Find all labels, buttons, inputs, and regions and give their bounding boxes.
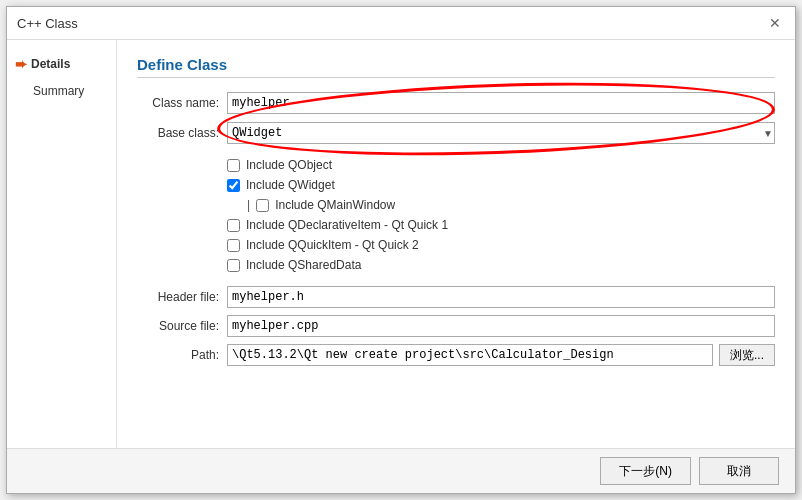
checkbox-row-qmainwindow: | Include QMainWindow — [247, 198, 775, 212]
class-name-row: Class name: — [137, 92, 775, 114]
class-name-input[interactable] — [227, 92, 775, 114]
checkbox-qdeclarativeitem[interactable] — [227, 219, 240, 232]
arrow-icon: ➨ — [15, 56, 27, 72]
cancel-button[interactable]: 取消 — [699, 457, 779, 485]
checkbox-qwidget-label: Include QWidget — [246, 178, 335, 192]
dialog-title: C++ Class — [17, 16, 78, 31]
main-content: Define Class Class name: Base class: QWi… — [117, 40, 795, 448]
close-button[interactable]: ✕ — [765, 13, 785, 33]
checkbox-qobject[interactable] — [227, 159, 240, 172]
browse-button[interactable]: 浏览... — [719, 344, 775, 366]
sidebar-item-summary[interactable]: Summary — [7, 78, 116, 104]
checkbox-qshareddata[interactable] — [227, 259, 240, 272]
class-fields-container: Class name: Base class: QWidget QObject … — [137, 92, 775, 144]
header-file-row: Header file: — [137, 286, 775, 308]
sidebar: ➨ Details Summary — [7, 40, 117, 448]
title-bar: C++ Class ✕ — [7, 7, 795, 40]
sidebar-details-label: Details — [31, 57, 70, 71]
class-name-label: Class name: — [137, 96, 227, 110]
checkbox-row-qshareddata: Include QSharedData — [227, 258, 775, 272]
checkbox-qobject-label: Include QObject — [246, 158, 332, 172]
checkbox-qquickitem[interactable] — [227, 239, 240, 252]
checkbox-row-qwidget: Include QWidget — [227, 178, 775, 192]
checkbox-qmainwindow-label: Include QMainWindow — [275, 198, 395, 212]
header-file-input[interactable] — [227, 286, 775, 308]
dialog-body: ➨ Details Summary Define Class Class nam… — [7, 40, 795, 448]
next-button[interactable]: 下一步(N) — [600, 457, 691, 485]
base-class-row: Base class: QWidget QObject QMainWindow … — [137, 122, 775, 144]
pipe-icon-1: | — [247, 198, 250, 212]
cpp-class-dialog: C++ Class ✕ ➨ Details Summary Define Cla… — [6, 6, 796, 494]
base-class-select-wrapper: QWidget QObject QMainWindow QDeclarative… — [227, 122, 775, 144]
path-label: Path: — [137, 348, 227, 362]
dialog-footer: 下一步(N) 取消 — [7, 448, 795, 493]
checkbox-row-qobject: Include QObject — [227, 158, 775, 172]
checkboxes-section: Include QObject Include QWidget | Includ… — [227, 158, 775, 272]
checkbox-qquickitem-label: Include QQuickItem - Qt Quick 2 — [246, 238, 419, 252]
checkbox-qshareddata-label: Include QSharedData — [246, 258, 361, 272]
checkbox-qdeclarativeitem-label: Include QDeclarativeItem - Qt Quick 1 — [246, 218, 448, 232]
close-icon: ✕ — [769, 15, 781, 31]
path-row: Path: 浏览... — [137, 344, 775, 366]
annotation-oval — [216, 74, 776, 163]
checkbox-row-qdeclarativeitem: Include QDeclarativeItem - Qt Quick 1 — [227, 218, 775, 232]
source-file-row: Source file: — [137, 315, 775, 337]
base-class-label: Base class: — [137, 126, 227, 140]
source-file-input[interactable] — [227, 315, 775, 337]
checkbox-qmainwindow[interactable] — [256, 199, 269, 212]
path-input[interactable] — [227, 344, 713, 366]
header-file-label: Header file: — [137, 290, 227, 304]
base-class-select[interactable]: QWidget QObject QMainWindow QDeclarative… — [227, 122, 775, 144]
source-file-label: Source file: — [137, 319, 227, 333]
checkbox-row-qquickitem: Include QQuickItem - Qt Quick 2 — [227, 238, 775, 252]
sidebar-item-details[interactable]: ➨ Details — [7, 50, 116, 78]
checkbox-qwidget[interactable] — [227, 179, 240, 192]
sidebar-summary-label: Summary — [33, 84, 84, 98]
section-title: Define Class — [137, 56, 775, 78]
files-section: Header file: Source file: Path: 浏览... — [137, 286, 775, 366]
